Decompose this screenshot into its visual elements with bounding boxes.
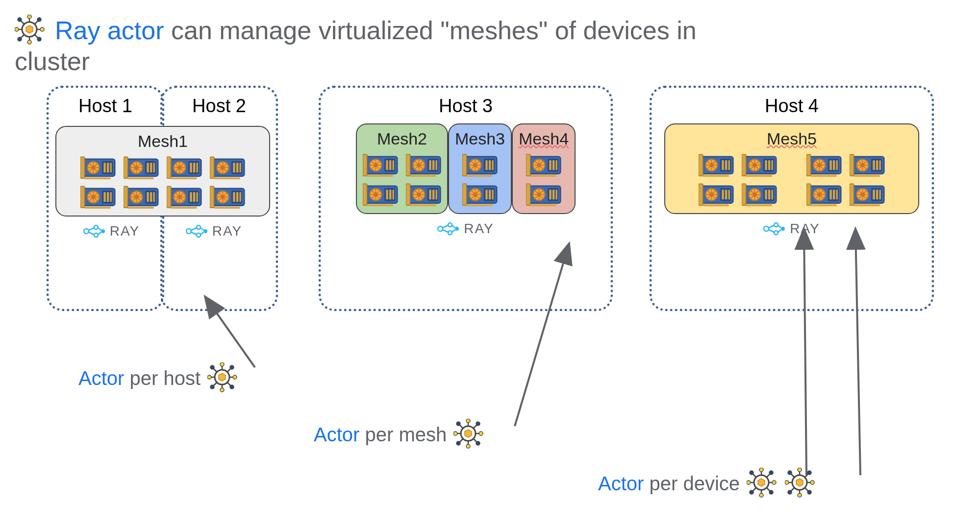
- annot-actor-word: Actor: [598, 473, 644, 494]
- annot-per-mesh-rest: per mesh: [365, 424, 447, 445]
- annotation-per-mesh: Actor per mesh: [314, 419, 485, 450]
- mesh1-box: Mesh1: [55, 126, 270, 217]
- mesh1-label: Mesh1: [138, 132, 188, 151]
- host-4-box: Host 4 Mesh5: [650, 86, 934, 311]
- host-3-label: Host 3: [321, 96, 610, 117]
- gpu-icon: [124, 156, 159, 179]
- mesh2-gpus: [363, 153, 441, 206]
- host-3-box: Host 3 Mesh2 Mesh3 Mesh4: [319, 86, 613, 311]
- mesh3-gpus: [462, 153, 498, 206]
- ray-label: RAY: [110, 223, 140, 239]
- mesh5-gpus: [699, 153, 885, 206]
- gpu-icon: [406, 153, 441, 177]
- actor-icon: [785, 468, 816, 499]
- ray-label: RAY: [464, 221, 494, 237]
- ray-badge-host1: RAY: [83, 223, 140, 239]
- actor-icon: [207, 362, 239, 394]
- gpu-icon: [406, 183, 441, 206]
- annot-actor-word: Actor: [314, 424, 359, 445]
- mesh3-box: Mesh3: [448, 123, 512, 214]
- host3-meshes: Mesh2 Mesh3 Mesh4: [321, 123, 610, 214]
- actor-icon: [453, 419, 485, 450]
- gpu-icon: [806, 183, 842, 206]
- mesh5-label: Mesh5: [767, 129, 817, 148]
- gpu-icon: [210, 185, 245, 209]
- ray-logo-icon: [763, 222, 786, 236]
- host4-meshes: Mesh5: [652, 123, 931, 214]
- gpu-icon: [742, 183, 777, 206]
- mesh4-gpus: [526, 153, 561, 206]
- annotation-per-host: Actor per host: [78, 362, 239, 394]
- ray-logo-icon: [437, 222, 460, 236]
- title-text-2: cluster: [15, 47, 90, 76]
- ray-badge-host4: RAY: [652, 221, 931, 237]
- gpu-icon: [699, 153, 734, 177]
- gpu-icon: [363, 183, 398, 206]
- host-1-label: Host 1: [49, 96, 162, 117]
- mesh4-box: Mesh4: [512, 123, 576, 214]
- annot-per-device-rest: per device: [649, 473, 740, 494]
- host-group-1-2: Host 1 Host 2 Mesh1: [47, 86, 279, 311]
- mesh1-wrapper: Mesh1 RAY R: [55, 126, 270, 239]
- ray-label: RAY: [212, 223, 243, 239]
- mesh3-label: Mesh3: [455, 129, 505, 148]
- gpu-icon: [850, 183, 885, 206]
- annot-per-host-rest: per host: [129, 367, 201, 389]
- host-2-label: Host 2: [163, 96, 276, 117]
- gpu-icon: [850, 153, 885, 177]
- hosts-area: Host 1 Host 2 Mesh1: [47, 86, 955, 340]
- diagram-title: Ray actor can manage virtualized "meshes…: [15, 15, 697, 46]
- ray-logo-icon: [83, 224, 106, 238]
- ray-badge-row-h12: RAY RAY: [55, 217, 270, 239]
- gpu-icon: [462, 183, 498, 206]
- gpu-icon: [462, 153, 498, 177]
- mesh1-gpus: [80, 156, 245, 209]
- gpu-icon: [526, 183, 561, 206]
- mesh2-box: Mesh2: [356, 123, 448, 214]
- gpu-icon: [124, 185, 159, 209]
- ray-badge-host2: RAY: [186, 223, 243, 239]
- gpu-icon: [699, 183, 734, 206]
- actor-icon: [15, 15, 46, 46]
- ray-logo-icon: [186, 224, 208, 238]
- gpu-icon: [80, 156, 116, 179]
- annot-actor-word: Actor: [78, 367, 124, 389]
- mesh4-label: Mesh4: [519, 129, 569, 148]
- gpu-icon: [806, 153, 842, 177]
- gpu-icon: [363, 153, 398, 177]
- host-4-label: Host 4: [652, 96, 931, 117]
- gpu-icon: [80, 185, 116, 209]
- gpu-icon: [167, 156, 202, 179]
- annotation-per-device: Actor per device: [598, 468, 816, 499]
- ray-badge-host3: RAY: [321, 221, 610, 237]
- mesh5-box: Mesh5: [664, 123, 919, 214]
- title-highlight: Ray actor: [55, 16, 164, 45]
- actor-icon: [747, 468, 778, 499]
- gpu-icon: [742, 153, 777, 177]
- gpu-icon: [210, 156, 245, 179]
- gpu-icon: [526, 153, 561, 177]
- mesh2-label: Mesh2: [377, 129, 427, 148]
- gpu-icon: [167, 185, 202, 209]
- ray-label: RAY: [790, 221, 820, 237]
- title-text-1: can manage virtualized "meshes" of devic…: [171, 16, 697, 45]
